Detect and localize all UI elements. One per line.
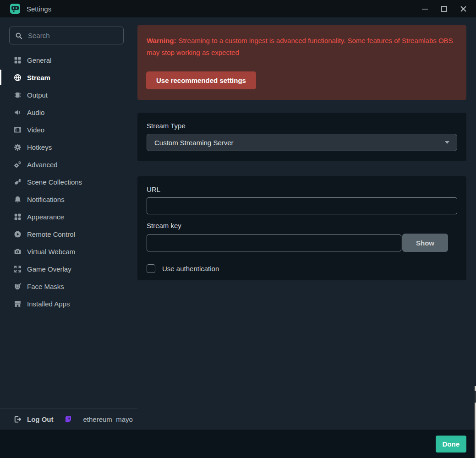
account-username: ethereum_mayo (83, 415, 132, 423)
play-circle-icon (14, 230, 22, 238)
shapes-icon (14, 213, 22, 221)
twitch-icon (65, 415, 73, 423)
logout-label: Log Out (27, 415, 53, 423)
streamlabs-logo-icon (10, 4, 20, 14)
sidebar-item-label: Stream (27, 74, 50, 82)
sidebar-footer: Log Out ethereum_mayo (0, 409, 137, 430)
sidebar-item-general[interactable]: General (0, 51, 137, 69)
warning-prefix: Warning: (147, 37, 176, 44)
sidebar-item-label: General (27, 56, 51, 64)
stream-type-value: Custom Streaming Server (154, 139, 234, 147)
stream-type-label: Stream Type (147, 122, 457, 130)
url-input[interactable] (147, 197, 457, 214)
globe-icon (14, 74, 22, 82)
use-authentication-checkbox[interactable] (147, 264, 155, 273)
logout-icon (14, 415, 22, 423)
stream-key-label: Stream key (147, 222, 457, 229)
sidebar-item-audio[interactable]: Audio (0, 104, 137, 121)
stream-key-input[interactable] (147, 234, 401, 251)
sidebar-nav: General Stream Output Audio (0, 51, 137, 312)
bottom-bar: Done (0, 430, 476, 458)
sidebar-item-label: Face Masks (27, 283, 64, 290)
use-recommended-settings-button[interactable]: Use recommended settings (146, 71, 256, 89)
minimize-icon[interactable] (418, 3, 431, 15)
storefront-icon (14, 300, 22, 308)
film-icon (14, 126, 22, 134)
sidebar-item-label: Virtual Webcam (27, 248, 75, 256)
sidebar-item-virtual-webcam[interactable]: Virtual Webcam (0, 243, 137, 260)
sidebar-item-installed-apps[interactable]: Installed Apps (0, 295, 137, 312)
sidebar-item-stream[interactable]: Stream (0, 69, 137, 86)
sidebar-item-label: Game Overlay (27, 265, 71, 273)
sidebar-item-label: Audio (27, 109, 44, 116)
sidebar-item-label: Notifications (27, 196, 65, 203)
sidebar-item-notifications[interactable]: Notifications (0, 191, 137, 208)
sidebar-item-video[interactable]: Video (0, 121, 137, 138)
maximize-icon[interactable] (438, 3, 450, 15)
sidebar-item-label: Hotkeys (27, 143, 52, 151)
url-label: URL (147, 185, 457, 193)
caret-down-icon (445, 141, 449, 144)
window-title: Settings (27, 5, 51, 13)
grid-icon (14, 56, 22, 64)
stream-type-select[interactable]: Custom Streaming Server (147, 134, 457, 151)
sidebar-item-appearance[interactable]: Appearance (0, 208, 137, 225)
sidebar-item-label: Scene Collections (27, 178, 82, 186)
sidebar-item-output[interactable]: Output (0, 86, 137, 104)
sidebar-item-advanced[interactable]: Advanced (0, 156, 137, 173)
search-input[interactable] (28, 32, 119, 39)
gear-icon (14, 143, 22, 151)
bell-icon (14, 196, 22, 203)
done-button[interactable]: Done (436, 436, 467, 453)
settings-window: Settings General (0, 0, 476, 458)
sidebar-item-remote-control[interactable]: Remote Control (0, 225, 137, 243)
stream-type-section: Stream Type Custom Streaming Server (137, 113, 466, 161)
sidebar-item-label: Video (27, 126, 44, 134)
search-box[interactable] (9, 27, 124, 44)
sidebar-item-label: Remote Control (27, 230, 75, 238)
warning-text: Warning:Streaming to a custom ingest is … (147, 35, 457, 59)
account-info: ethereum_mayo (65, 415, 132, 423)
expand-arrows-icon (14, 265, 22, 273)
gears-icon (14, 161, 22, 169)
use-authentication-row[interactable]: Use authentication (147, 264, 457, 273)
warning-message: Streaming to a custom ingest is advanced… (147, 37, 453, 56)
sidebar-item-scene-collections[interactable]: Scene Collections (0, 173, 137, 191)
warning-banner: Warning:Streaming to a custom ingest is … (137, 25, 466, 100)
collage-icon (14, 178, 22, 186)
search-icon (15, 32, 22, 39)
sidebar-item-label: Advanced (27, 161, 58, 169)
logout-button[interactable]: Log Out (14, 415, 53, 423)
stream-key-row: Show (147, 234, 457, 252)
custom-server-section: URL Stream key Show Use authentication (137, 176, 466, 280)
window-controls (418, 3, 470, 15)
active-indicator (0, 70, 1, 85)
camera-icon (14, 248, 22, 256)
show-key-button[interactable]: Show (402, 234, 448, 252)
sidebar-item-hotkeys[interactable]: Hotkeys (0, 138, 137, 156)
sidebar: General Stream Output Audio (0, 17, 137, 430)
titlebar: Settings (0, 0, 476, 17)
mask-icon (14, 283, 22, 290)
chip-icon (14, 91, 22, 99)
sidebar-item-label: Appearance (27, 213, 64, 221)
use-authentication-label: Use authentication (162, 265, 219, 273)
sidebar-item-face-masks[interactable]: Face Masks (0, 278, 137, 295)
speaker-icon (14, 109, 22, 116)
close-icon[interactable] (457, 3, 470, 15)
settings-content: Warning:Streaming to a custom ingest is … (137, 17, 476, 430)
sidebar-item-game-overlay[interactable]: Game Overlay (0, 260, 137, 278)
sidebar-item-label: Output (27, 91, 48, 99)
sidebar-item-label: Installed Apps (27, 300, 70, 308)
